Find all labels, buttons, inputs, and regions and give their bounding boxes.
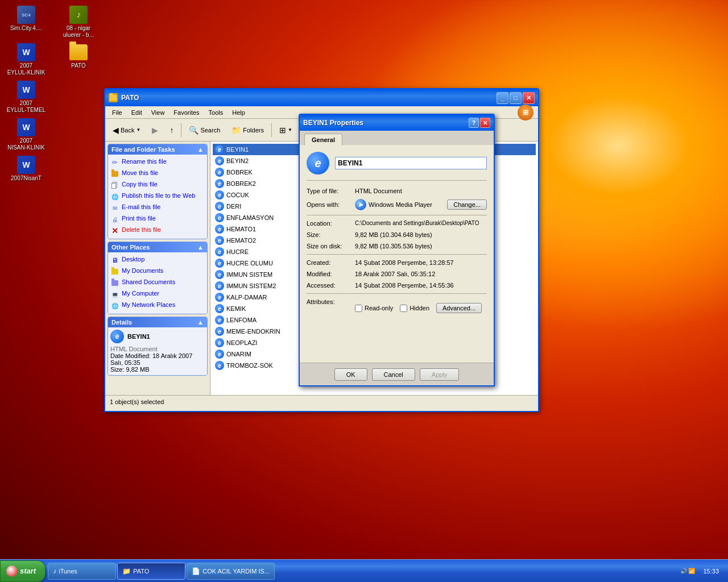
file-folder-tasks-header[interactable]: File and Folder Tasks ▲ [108,144,207,155]
size-on-disk-label: Size on disk: [307,243,355,250]
opens-with-label: Opens with: [307,201,355,208]
readonly-checkbox-label[interactable]: Read-only [355,305,393,312]
details-header[interactable]: Details ▲ [108,317,207,327]
maximize-button[interactable]: □ [510,92,522,104]
task-copy[interactable]: Copy this file [110,180,205,191]
menu-edit[interactable]: Edit [127,108,147,117]
advanced-button[interactable]: Advanced... [436,303,482,313]
my-computer-icon: 💻 [110,290,119,299]
change-button[interactable]: Change... [447,199,487,210]
my-docs-icon [110,267,119,276]
accessed-row: Accessed: 14 Şubat 2008 Perşembe, 14:55:… [307,282,487,289]
word-klinik-icon: W [17,43,35,61]
menu-view[interactable]: View [147,108,169,117]
dialog-help-button[interactable]: ? [469,118,479,128]
readonly-checkbox[interactable] [355,305,362,312]
desktop-icon-nisant[interactable]: W 2007NisanT [6,156,47,182]
tab-general[interactable]: General [304,134,342,146]
tray-icons: 🔊 📶 [680,568,696,574]
desktop-icon-word-klinik2[interactable]: W 2007NISAN-KLINIK [6,118,47,151]
task-rename[interactable]: ✏ Rename this file [110,157,205,168]
desktop-icon-simcity[interactable]: SC4 Sim.City.4.... [6,6,47,39]
location-row: Location: C:\Documents and Settings\Bura… [307,220,487,227]
desktop-icon-pato[interactable]: PATO [58,43,99,76]
other-my-computer[interactable]: 💻 My Computer [110,289,205,300]
file-folder-tasks-body: ✏ Rename this file Move this file [108,155,207,239]
search-icon: 🔍 [189,126,198,135]
desktop-icon-nigar[interactable]: ♪ 08 - nigar uluerer - b... [58,6,99,39]
forward-button[interactable]: ▶ [147,121,163,139]
taskbar-pato[interactable]: 📁 PATO [117,563,185,580]
type-value: HTML Document [355,188,402,194]
windows-logo: ⊞ [518,105,533,120]
menu-help[interactable]: Help [228,108,250,117]
other-desktop[interactable]: 🖥 Desktop [110,255,205,266]
file-ie-icon-lenfoma [215,315,224,325]
explorer-titlebar: PATO _ □ ✕ [105,89,538,106]
taskbar-itunes[interactable]: ♪ iTunes [48,563,116,580]
created-label: Created: [307,259,355,266]
task-print[interactable]: 🖨 Print this file [110,214,205,225]
cancel-button[interactable]: Cancel [372,368,415,381]
modified-label: Modified: [307,271,355,277]
other-shared-docs[interactable]: Shared Documents [110,277,205,289]
folder-icon-sm: 📁 [122,567,131,575]
task-delete[interactable]: ✕ Delete this file [110,225,205,236]
file-name-input[interactable] [335,157,487,169]
up-button[interactable]: ↑ [164,121,179,139]
start-button[interactable]: start [0,560,46,582]
other-places-header[interactable]: Other Places ▲ [108,242,207,252]
minimize-button[interactable]: _ [497,92,508,104]
file-ie-icon-deri [215,202,224,211]
folders-icon: 📁 [231,126,241,135]
back-button[interactable]: ◀ Back ▼ [107,121,146,139]
details-date-modified: Date Modified: 18 Aralık 2007 Salı, 05:3… [110,352,205,366]
menu-favorites[interactable]: Favorites [169,108,204,117]
explorer-title: PATO [121,94,497,102]
desktop-icon-word-temel[interactable]: W 2007EYLUL-TEMEL [6,81,47,114]
toolbar-separator-1 [181,123,181,137]
file-ie-icon-onarim [215,350,224,359]
search-button[interactable]: 🔍 Search [184,121,225,139]
other-network[interactable]: 🌐 My Network Places [110,300,205,311]
file-ie-icon-hucre [215,247,224,256]
ok-button[interactable]: OK [334,368,367,381]
hidden-checkbox[interactable] [400,305,407,312]
desktop-icon-word-klinik[interactable]: W 2007EYLUL-KLINIK [6,43,47,76]
task-publish[interactable]: 🌐 Publish this file to the Web [110,191,205,202]
file-ie-icon-neoplazi [215,338,224,347]
location-label: Location: [307,220,355,227]
close-button[interactable]: ✕ [523,92,535,104]
menu-tools[interactable]: Tools [204,108,228,117]
apply-button[interactable]: Apply [420,368,460,381]
print-icon: 🖨 [110,215,119,224]
file-ie-icon-immun2 [215,281,224,290]
task-email[interactable]: ✉ E-mail this file [110,202,205,214]
folder-pato-icon [69,43,88,61]
hidden-checkbox-label[interactable]: Hidden [400,305,429,312]
file-ie-icon-hemato1 [215,225,224,234]
nigar-label: 08 - nigar uluerer - b... [58,25,99,39]
details-size: Size: 9,82 MB [110,366,205,373]
other-places-body: 🖥 Desktop My Documents [108,252,207,314]
back-dropdown-icon: ▼ [136,127,140,132]
folders-button[interactable]: 📁 Folders [226,121,269,139]
taskbar-clock: 15:33 [698,568,723,575]
created-row: Created: 14 Şubat 2008 Perşembe, 13:28:5… [307,259,487,266]
dialog-close-button[interactable]: ✕ [480,118,490,128]
menu-file[interactable]: File [107,108,127,117]
taskbar-acil[interactable]: 📄 COK ACIL YARDIM IS... [187,563,275,580]
separator-1 [307,215,487,215]
copy-icon [110,181,119,190]
size-on-disk-value: 9,82 MB (10.305.536 bytes) [355,243,432,250]
file-ie-icon-kalp [215,293,224,302]
views-button[interactable]: ⊞ ▼ [274,121,297,139]
task-move[interactable]: Move this file [110,168,205,180]
word-klinik2-icon: W [17,118,35,136]
other-my-documents[interactable]: My Documents [110,266,205,277]
views-dropdown: ▼ [288,127,292,132]
start-orb [6,566,18,577]
windows-media-player-icon: ▶ [355,199,366,210]
delete-icon: ✕ [110,226,119,235]
separator-2 [307,254,487,255]
